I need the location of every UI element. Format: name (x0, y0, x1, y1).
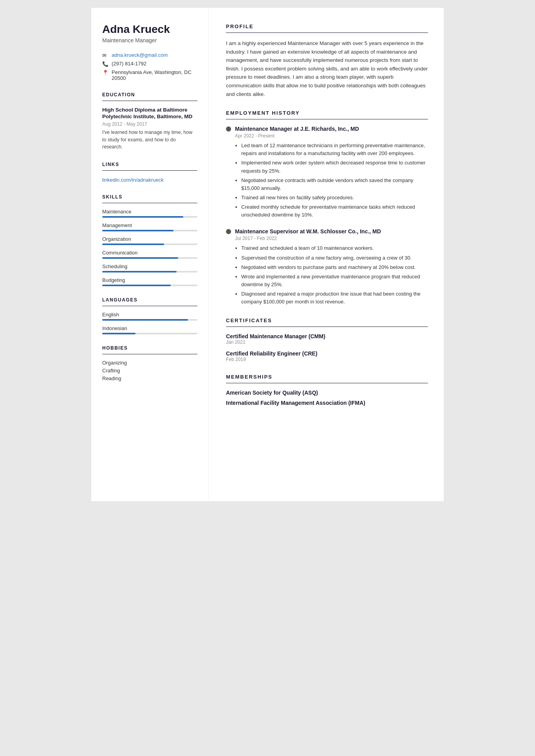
languages-divider (102, 306, 197, 306)
education-divider (102, 101, 197, 101)
membership-entry: International Facility Management Associ… (226, 400, 428, 406)
employment-dates: Apr 2022 - Present (235, 133, 428, 139)
membership-entry: American Society for Quality (ASQ) (226, 390, 428, 396)
candidate-name: Adna Krueck (102, 23, 197, 36)
employment-section: Employment History Maintenance Manager a… (226, 110, 428, 306)
employment-dot (226, 229, 231, 234)
skill-label: Scheduling (102, 263, 197, 269)
employment-title: Maintenance Supervisor at W.M. Schlosser… (235, 228, 381, 235)
bullet-item: Diagnosed and repaired a major productio… (241, 290, 428, 306)
education-section-title: Education (102, 92, 197, 97)
skill-label: Budgeting (102, 277, 197, 283)
certificate-name: Certified Maintenance Manager (CMM) (226, 333, 428, 339)
employment-bullets: Trained and scheduled a team of 10 maint… (235, 244, 428, 306)
membership-name: American Society for Quality (ASQ) (226, 390, 428, 396)
employment-bullets: Led team of 12 maintenance technicians i… (235, 142, 428, 219)
certificates-section: Certificates Certified Maintenance Manag… (226, 318, 428, 362)
profile-section-title: Profile (226, 23, 428, 29)
education-dates: Aug 2012 - May 2017 (102, 121, 197, 127)
skill-item: Maintenance (102, 209, 197, 218)
skill-label: Communication (102, 250, 197, 256)
certificates-section-title: Certificates (226, 318, 428, 323)
certificates-divider (226, 327, 428, 327)
employment-title: Maintenance Manager at J.E. Richards, In… (235, 126, 359, 132)
language-bar-fill (102, 333, 136, 334)
skills-list: Maintenance Management Organization Comm… (102, 209, 197, 286)
email-icon: ✉ (102, 52, 108, 58)
skill-bar-background (102, 271, 197, 272)
employment-entry: Maintenance Manager at J.E. Richards, In… (226, 126, 428, 219)
language-item: Indonesian (102, 325, 197, 334)
links-section-title: Links (102, 162, 197, 167)
skill-bar-fill (102, 216, 183, 218)
skill-bar-background (102, 216, 197, 218)
skill-bar-fill (102, 244, 164, 245)
bullet-item: Created monthly schedule for preventativ… (241, 203, 428, 219)
language-label: English (102, 312, 197, 318)
hobby-item: Reading (102, 375, 197, 381)
language-label: Indonesian (102, 325, 197, 331)
skill-bar-fill (102, 285, 171, 286)
bullet-item: Trained all new hires on facility safety… (241, 194, 428, 202)
certificate-name: Certified Reliability Engineer (CRE) (226, 350, 428, 357)
skill-bar-background (102, 230, 197, 231)
email-link[interactable]: adna.krueck@gmail.com (112, 52, 168, 58)
profile-text: I am a highly experienced Maintenance Ma… (226, 39, 428, 98)
skill-bar-background (102, 285, 197, 286)
phone-number: (297) 814-1792 (112, 61, 146, 67)
hobby-item: Organizing (102, 360, 197, 366)
contact-email: ✉ adna.krueck@gmail.com (102, 52, 197, 58)
memberships-divider (226, 383, 428, 383)
main-content: Profile I am a highly experienced Mainte… (209, 8, 444, 501)
languages-list: English Indonesian (102, 312, 197, 334)
skills-divider (102, 203, 197, 203)
language-item: English (102, 312, 197, 321)
employment-dot (226, 126, 231, 132)
profile-divider (226, 32, 428, 33)
memberships-section: Memberships American Society for Quality… (226, 374, 428, 406)
bullet-item: Led team of 12 maintenance technicians i… (241, 142, 428, 157)
candidate-title: Maintenance Manager (102, 37, 197, 43)
skill-item: Communication (102, 250, 197, 259)
certificate-entry: Certified Reliability Engineer (CRE) Feb… (226, 350, 428, 362)
certificates-list: Certified Maintenance Manager (CMM) Jan … (226, 333, 428, 362)
links-divider (102, 170, 197, 171)
linkedin-link[interactable]: linkedin.com/in/adnakrueck (102, 177, 164, 183)
language-bar-background (102, 333, 197, 334)
profile-section: Profile I am a highly experienced Mainte… (226, 23, 428, 98)
memberships-section-title: Memberships (226, 374, 428, 380)
skill-bar-fill (102, 230, 174, 231)
skill-item: Management (102, 222, 197, 231)
skill-bar-background (102, 244, 197, 245)
bullet-item: Wrote and implemented a new preventative… (241, 273, 428, 289)
sidebar: Adna Krueck Maintenance Manager ✉ adna.k… (91, 8, 209, 501)
bullet-item: Implemented new work order system which … (241, 159, 428, 175)
bullet-item: Negotiated with vendors to purchase part… (241, 263, 428, 271)
skill-bar-fill (102, 271, 177, 272)
bullet-item: Supervised the construction of a new fac… (241, 254, 428, 262)
hobbies-section-title: Hobbies (102, 345, 197, 351)
employment-entry: Maintenance Supervisor at W.M. Schlosser… (226, 228, 428, 306)
skill-label: Organization (102, 236, 197, 242)
certificate-date: Feb 2019 (226, 357, 428, 362)
employment-divider (226, 119, 428, 119)
employment-dates: Jul 2017 - Feb 2022 (235, 236, 428, 241)
membership-name: International Facility Management Associ… (226, 400, 428, 406)
memberships-list: American Society for Quality (ASQ) Inter… (226, 390, 428, 406)
education-description: I've learned how to manage my time, how … (102, 129, 197, 151)
languages-section-title: Languages (102, 297, 197, 303)
skill-label: Maintenance (102, 209, 197, 215)
employment-section-title: Employment History (226, 110, 428, 116)
employment-header: Maintenance Supervisor at W.M. Schlosser… (226, 228, 428, 235)
certificate-date: Jan 2021 (226, 339, 428, 345)
certificate-entry: Certified Maintenance Manager (CMM) Jan … (226, 333, 428, 345)
skill-item: Organization (102, 236, 197, 245)
skills-section-title: Skills (102, 194, 197, 200)
contact-phone: 📞 (297) 814-1792 (102, 61, 197, 67)
bullet-item: Trained and scheduled a team of 10 maint… (241, 244, 428, 252)
employment-header: Maintenance Manager at J.E. Richards, In… (226, 126, 428, 132)
hobby-item: Crafting (102, 368, 197, 373)
skill-bar-background (102, 257, 197, 259)
bullet-item: Negotiated service contracts with outsid… (241, 177, 428, 192)
contact-address: 📍 Pennsylvania Ave, Washington, DC 20500 (102, 69, 197, 81)
